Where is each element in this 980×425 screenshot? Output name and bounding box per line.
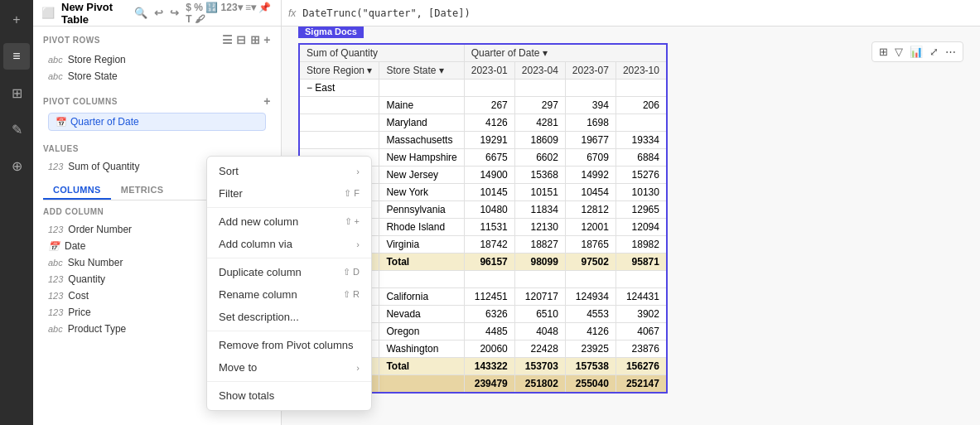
left-nav: + ≡ ⊞ ✎ ⊕ <box>0 0 33 425</box>
menu-sep-3 <box>207 331 371 331</box>
calendar-icon: 📅 <box>56 117 67 128</box>
cell-q2: 18765 <box>565 236 616 254</box>
cell-q2: 10454 <box>565 184 616 201</box>
more-icon[interactable]: ⋯ <box>944 44 958 60</box>
cell-q3: 12965 <box>616 201 667 219</box>
cell-q0: 11531 <box>464 219 514 236</box>
data-row: Maryland412642811698 <box>299 114 667 132</box>
chart-icon[interactable]: 📊 <box>908 44 924 60</box>
cell-q2: 19677 <box>565 132 616 149</box>
region-total-q0 <box>464 271 514 288</box>
cell-q0: 20060 <box>464 340 514 358</box>
cell-q1: 6510 <box>514 306 565 323</box>
table-icon: ⬜ <box>41 7 55 19</box>
cell-q1: 12130 <box>514 219 565 236</box>
cell-q0: 18742 <box>464 236 514 254</box>
values-label: VALUES <box>43 144 271 153</box>
menu-sep-2 <box>207 258 371 258</box>
nav-cursor-icon[interactable]: ⊕ <box>3 152 30 179</box>
cell-q3: 19334 <box>616 132 667 149</box>
menu-duplicate-column[interactable]: Duplicate column ⇧ D <box>207 261 371 283</box>
nav-add-icon[interactable]: + <box>3 7 30 33</box>
redo-icon[interactable]: ↪ <box>170 7 179 19</box>
quarter-of-date-pill[interactable]: 📅 Quarter of Date <box>48 113 266 131</box>
pivot-area[interactable]: ⊞ ▽ 📊 ⤢ ⋯ Sigma Docs Sum of Quantity Qua… <box>282 27 980 425</box>
pivot-row-store-region[interactable]: abc Store Region <box>43 51 271 68</box>
cell-q2: 23925 <box>565 340 616 358</box>
list-icon[interactable]: ☰ <box>222 33 234 46</box>
title-bar: ⬜ New Pivot Table 🔍 ↩ ↪ $ % 🔢 123▾ ≡▾ 📌 … <box>33 0 281 27</box>
table-view-icon[interactable]: ⊞ <box>250 33 261 46</box>
cell-q1: 11834 <box>514 201 565 219</box>
menu-sep-4 <box>207 381 371 382</box>
pivot-toolbar: ⊞ ▽ 📊 ⤢ ⋯ <box>871 41 963 62</box>
pivot-rows-section: PIVOT ROWS ☰ ⊟ ⊞ + abc Store Region abc … <box>33 27 281 88</box>
expand-icon[interactable]: ⤢ <box>928 44 940 60</box>
pivot-row-store-state[interactable]: abc Store State <box>43 68 271 85</box>
menu-sep-1 <box>207 207 371 208</box>
cell-q1: 4048 <box>514 323 565 340</box>
nav-pencil-icon[interactable]: ✎ <box>3 116 30 142</box>
group-total-q0: 96157 <box>464 254 514 271</box>
cell-q1: 120717 <box>514 288 565 306</box>
data-row: Massachusetts19291186091967719334 <box>299 132 667 149</box>
pivot-rows-label: PIVOT ROWS ☰ ⊟ ⊞ + <box>43 33 271 46</box>
cell-q0: 4485 <box>464 323 514 340</box>
menu-remove-from-pivot[interactable]: Remove from Pivot columns <box>207 334 371 356</box>
quarter-header[interactable]: Quarter of Date ▾ <box>464 44 667 62</box>
cell-q3: 23876 <box>616 340 667 358</box>
collapse-btn[interactable]: − <box>307 82 312 94</box>
header-row-1: Sum of Quantity Quarter of Date ▾ <box>299 44 667 62</box>
list-alt-icon[interactable]: ⊟ <box>236 33 247 46</box>
cell-q0: 4126 <box>464 114 514 132</box>
menu-filter[interactable]: Filter ⇧ F <box>207 182 371 205</box>
cell-q0: 6675 <box>464 149 514 167</box>
region-row-east: − East <box>299 80 667 97</box>
cell-q2: 4553 <box>565 306 616 323</box>
cell-q2: 14992 <box>565 167 616 184</box>
search-icon[interactable]: 🔍 <box>134 7 147 19</box>
store-region-col-header[interactable]: Store Region ▾ <box>299 62 379 80</box>
menu-rename-column[interactable]: Rename column ⇧ R <box>207 283 371 306</box>
cell-q0: 267 <box>464 97 514 114</box>
undo-icon[interactable]: ↩ <box>154 7 163 19</box>
cell-q3: 206 <box>616 97 667 114</box>
menu-show-totals[interactable]: Show totals <box>207 384 371 407</box>
filter-icon[interactable]: ▽ <box>893 44 905 60</box>
cell-q1: 4281 <box>514 114 565 132</box>
group-total-q0: 143322 <box>464 358 514 375</box>
store-state-col-header[interactable]: Store State ▾ <box>379 62 464 80</box>
sort-arrow: › <box>356 167 360 176</box>
grand-total-q0: 239479 <box>464 375 514 394</box>
menu-move-to[interactable]: Move to › <box>207 356 371 379</box>
pivot-columns-label: PIVOT COLUMNS + <box>43 94 271 108</box>
move-to-arrow: › <box>356 363 360 373</box>
context-menu: Sort › Filter ⇧ F Add new column ⇧ + Add… <box>206 156 372 411</box>
grand-total-q1: 251802 <box>514 375 565 394</box>
grid-icon[interactable]: ⊞ <box>877 44 890 60</box>
group-total-q2: 97502 <box>565 254 616 271</box>
main-area: fx DateTrunc("quarter", [Date]) ⊞ ▽ 📊 ⤢ … <box>282 0 980 425</box>
tab-metrics[interactable]: METRICS <box>111 181 174 200</box>
menu-set-description[interactable]: Set description... <box>207 306 371 328</box>
group-total-q3: 95871 <box>616 254 667 271</box>
menu-add-new-column[interactable]: Add new column ⇧ + <box>207 210 371 233</box>
fx-label: fx <box>288 7 296 19</box>
region-total-q1 <box>514 80 565 97</box>
cell-q2: 12812 <box>565 201 616 219</box>
cell-q3 <box>616 114 667 132</box>
cell-q2: 6709 <box>565 149 616 167</box>
cell-q2: 394 <box>565 97 616 114</box>
pivot-columns-section: PIVOT COLUMNS + 📅 Quarter of Date <box>33 88 281 138</box>
add-row-icon[interactable]: + <box>263 33 271 46</box>
nav-menu-icon[interactable]: ≡ <box>3 43 30 70</box>
add-column-icon[interactable]: + <box>263 94 271 108</box>
tab-columns[interactable]: COLUMNS <box>43 181 111 200</box>
menu-sort[interactable]: Sort › <box>207 160 371 182</box>
add-col-via-arrow: › <box>356 239 360 249</box>
menu-add-column-via[interactable]: Add column via › <box>207 233 371 255</box>
cell-q0: 112451 <box>464 288 514 306</box>
nav-grid-icon[interactable]: ⊞ <box>3 80 30 106</box>
toolbar-icons: $ % 🔢 123▾ ≡▾ 📌 T 🖌 <box>186 2 273 25</box>
cell-q3: 10130 <box>616 184 667 201</box>
